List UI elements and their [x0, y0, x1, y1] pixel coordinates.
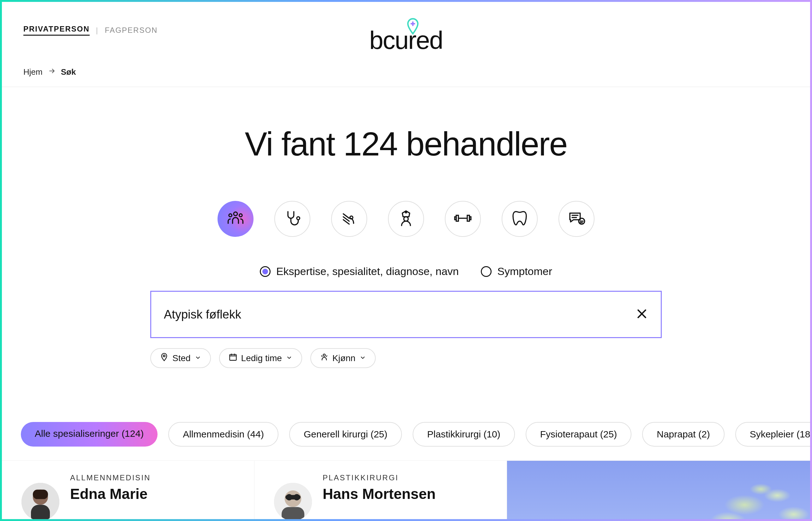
filter-row: Sted Ledig time Kjønn — [150, 348, 662, 368]
spec-chip-all[interactable]: Alle spesialiseringer (124) — [21, 422, 157, 447]
svg-point-5 — [404, 217, 408, 221]
filter-place[interactable]: Sted — [150, 348, 211, 368]
specialization-row: Alle spesialiseringer (124) Allmenmedisi… — [2, 422, 810, 447]
search-mode-symptoms-label: Symptomer — [497, 265, 552, 277]
person-icon — [320, 353, 329, 364]
svg-point-3 — [297, 217, 300, 220]
filter-time-label: Ledig time — [241, 353, 282, 363]
top-header: PRIVATPERSON | FAGPERSON Hjem Søk bcured — [2, 2, 810, 87]
svg-rect-9 — [469, 217, 471, 220]
result-name: Hans Mortensen — [323, 485, 436, 502]
results-strip: ALLMENNMEDISIN Edna Marie PLASTIKKIRURGI… — [2, 460, 810, 519]
logo[interactable]: bcured — [369, 28, 443, 53]
spec-chip-plastikkirurgi[interactable]: Plastikkirurgi (10) — [413, 422, 515, 447]
category-row — [2, 201, 810, 237]
avatar — [274, 483, 312, 519]
radio-selected-icon — [260, 266, 271, 277]
breadcrumb-home[interactable]: Hjem — [23, 67, 43, 77]
svg-rect-23 — [282, 507, 304, 519]
spec-chip-allmenmedisin[interactable]: Allmenmedisin (44) — [168, 422, 278, 447]
role-tabs: PRIVATPERSON | FAGPERSON — [23, 25, 157, 36]
clear-search-button[interactable] — [636, 308, 648, 321]
people-icon — [227, 209, 244, 228]
svg-rect-8 — [455, 217, 456, 220]
map-panel[interactable] — [507, 461, 810, 519]
svg-point-0 — [234, 212, 237, 216]
chevron-down-icon — [194, 353, 201, 363]
result-speciality: PLASTIKKIRURGI — [323, 473, 436, 482]
svg-rect-12 — [230, 355, 236, 361]
pin-icon — [160, 353, 169, 364]
category-doctor[interactable] — [274, 201, 310, 237]
search-wrap — [150, 291, 662, 338]
svg-point-1 — [229, 214, 232, 217]
result-name: Edna Marie — [70, 485, 151, 502]
breadcrumb: Hjem Søk — [23, 67, 76, 77]
search-mode-expertise-label: Ekspertise, spesialitet, diagnose, navn — [276, 265, 459, 277]
filter-place-label: Sted — [172, 353, 191, 363]
calendar-icon — [229, 353, 237, 364]
radio-unselected-icon — [481, 266, 492, 277]
spec-chip-naprapat[interactable]: Naprapat (2) — [642, 422, 724, 447]
result-card[interactable]: ALLMENNMEDISIN Edna Marie — [2, 461, 254, 519]
stethoscope-icon — [283, 209, 301, 228]
spec-chip-generell-kirurgi[interactable]: Generell kirurgi (25) — [289, 422, 402, 447]
category-training[interactable] — [445, 201, 481, 237]
joint-icon — [340, 209, 358, 228]
close-icon — [636, 316, 648, 321]
nurse-icon — [397, 209, 415, 228]
role-tab-pro[interactable]: FAGPERSON — [105, 26, 157, 35]
svg-point-2 — [239, 214, 242, 217]
spec-chip-fysioterapaut[interactable]: Fysioterapaut (25) — [526, 422, 632, 447]
category-therapist[interactable] — [558, 201, 595, 237]
spec-chip-sykepleier[interactable]: Sykepleier (18) — [735, 422, 810, 447]
svg-rect-16 — [31, 505, 50, 519]
filter-time[interactable]: Ledig time — [219, 348, 302, 368]
category-physio[interactable] — [331, 201, 367, 237]
svg-point-11 — [163, 355, 165, 357]
category-all[interactable] — [217, 201, 254, 237]
arrow-right-icon — [48, 67, 56, 77]
search-mode-group: Ekspertise, spesialitet, diagnose, navn … — [2, 265, 810, 277]
search-mode-expertise[interactable]: Ekspertise, spesialitet, diagnose, navn — [260, 265, 459, 277]
chevron-down-icon — [359, 353, 366, 363]
category-dentist[interactable] — [502, 201, 538, 237]
role-tab-separator: | — [96, 26, 99, 35]
category-nurse[interactable] — [388, 201, 424, 237]
chevron-down-icon — [286, 353, 293, 363]
result-speciality: ALLMENNMEDISIN — [70, 473, 151, 482]
svg-rect-17 — [33, 490, 48, 499]
svg-point-4 — [350, 216, 352, 219]
search-input[interactable] — [164, 308, 636, 321]
search-mode-symptoms[interactable]: Symptomer — [481, 265, 552, 277]
role-tab-private[interactable]: PRIVATPERSON — [23, 25, 90, 36]
filter-gender[interactable]: Kjønn — [310, 348, 376, 368]
tooth-icon — [511, 209, 529, 228]
dumbbell-icon — [454, 209, 472, 228]
avatar — [21, 483, 59, 519]
chat-icon — [568, 209, 585, 228]
svg-point-13 — [323, 354, 325, 356]
result-card[interactable]: PLASTIKKIRURGI Hans Mortensen — [254, 461, 507, 519]
page-title: Vi fant 124 behandlere — [2, 125, 810, 163]
filter-gender-label: Kjønn — [333, 353, 356, 363]
logo-pin-icon — [406, 18, 420, 37]
breadcrumb-current: Søk — [61, 67, 76, 77]
